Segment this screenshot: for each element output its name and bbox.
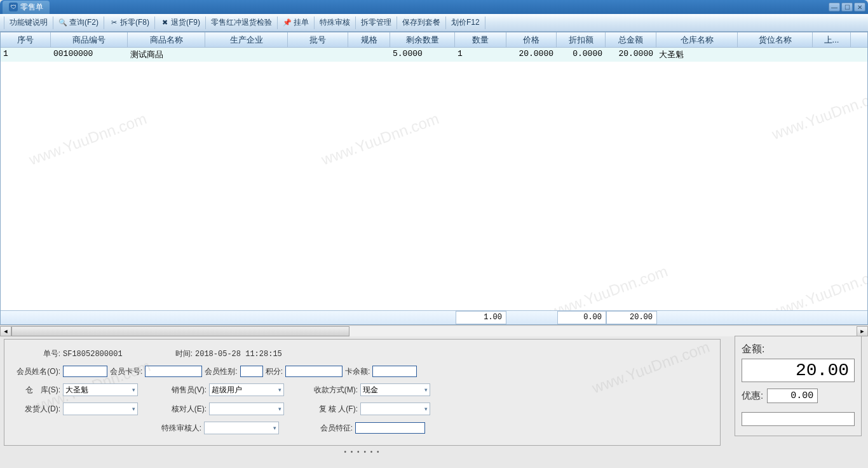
watermark: www.YuuDnn.com — [770, 85, 867, 144]
col-manufacturer[interactable]: 生产企业 — [205, 32, 288, 47]
points-label: 积分: — [266, 366, 283, 377]
watermark: www.YuuDnn.com — [27, 110, 149, 169]
table-row[interactable]: 1 00100000 测试商品 5.0000 1 20.0000 0.0000 … — [1, 48, 867, 62]
member-name-input[interactable] — [63, 366, 107, 377]
warehouse-label: 仓 库(S): — [16, 385, 60, 396]
split-button[interactable]: ✂拆零(F8) — [105, 15, 153, 30]
split-manage-button[interactable]: 拆零管理 — [357, 15, 395, 30]
col-seq[interactable]: 序号 — [1, 32, 51, 47]
salesman-label: 销售员(V): — [162, 385, 207, 396]
shipper-label: 发货人(D): — [16, 404, 60, 415]
window-title: 零售单 — [20, 2, 43, 13]
special-auditor-combo[interactable] — [204, 422, 279, 434]
data-table: 序号 商品编号 商品名称 生产企业 批号 规格 剩余数量 数量 价格 折扣额 总… — [0, 32, 868, 325]
pay-method-combo[interactable]: 现金 — [360, 383, 430, 396]
hold-icon: 📌 — [283, 18, 292, 27]
special-audit-button[interactable]: 特殊审核 — [316, 15, 354, 30]
sum-qty: 1.00 — [456, 311, 506, 324]
card-balance-input[interactable] — [372, 366, 417, 377]
salesman-combo[interactable]: 超级用户 — [209, 383, 284, 396]
sum-discount: 0.00 — [557, 311, 606, 324]
return-button[interactable]: ✖退货(F9) — [156, 15, 204, 30]
extra-input[interactable] — [742, 412, 855, 426]
minimize-button[interactable]: — — [829, 3, 840, 11]
resize-grip[interactable]: • • • • • • — [0, 448, 724, 455]
amount-value: 20.00 — [742, 359, 855, 382]
col-total[interactable]: 总金额 — [606, 32, 656, 47]
table-header: 序号 商品编号 商品名称 生产企业 批号 规格 剩余数量 数量 价格 折扣额 总… — [1, 32, 867, 48]
close-button[interactable]: ✕ — [854, 3, 865, 11]
sum-total: 20.00 — [606, 311, 657, 324]
special-auditor-label: 特殊审核人: — [157, 423, 201, 434]
col-price[interactable]: 价格 — [506, 32, 557, 47]
shipper-combo[interactable] — [63, 403, 138, 415]
form-panel: www.YuuDnn.com www.YuuDnn.com 单号: SF1805… — [4, 339, 721, 446]
col-name[interactable]: 商品名称 — [128, 32, 205, 47]
card-balance-label: 卡余额: — [345, 366, 370, 377]
return-check-button[interactable]: 零售红冲退货检验 — [207, 15, 276, 30]
order-no-label: 单号: — [16, 348, 60, 359]
search-icon: 🔍 — [58, 18, 67, 27]
member-feature-label: 会员特征: — [303, 423, 353, 434]
watermark: www.YuuDnn.com — [319, 110, 442, 169]
time-label: 时间: — [154, 348, 193, 359]
hold-button[interactable]: 📌挂单 — [279, 15, 313, 30]
col-remain[interactable]: 剩余数量 — [390, 32, 455, 47]
query-button[interactable]: 🔍查询(F2) — [55, 15, 102, 30]
help-button[interactable]: 功能键说明 — [6, 15, 51, 30]
horizontal-scrollbar[interactable]: ◄ ► — [0, 325, 868, 336]
col-spec[interactable]: 规格 — [348, 32, 390, 47]
scroll-left-icon[interactable]: ◄ — [0, 326, 11, 336]
scroll-thumb[interactable] — [11, 326, 349, 336]
member-sex-input[interactable] — [240, 366, 263, 377]
amount-label: 金额: — [742, 343, 855, 356]
discount-label: 优惠: — [742, 390, 763, 402]
watermark: www.YuuDnn.com — [548, 263, 670, 310]
watermark: www.YuuDnn.com — [770, 263, 867, 310]
col-more[interactable]: 上... — [813, 32, 851, 47]
save-set-button[interactable]: 保存到套餐 — [398, 15, 444, 30]
maximize-button[interactable]: ☐ — [841, 3, 853, 11]
col-qty[interactable]: 数量 — [455, 32, 506, 47]
member-sex-label: 会员性别: — [205, 366, 237, 377]
titlebar: 🛡 零售单 — ☐ ✕ — [0, 0, 868, 14]
member-card-label: 会员卡号: — [110, 366, 142, 377]
table-body[interactable]: 1 00100000 测试商品 5.0000 1 20.0000 0.0000 … — [1, 48, 867, 310]
member-card-input[interactable] — [145, 366, 202, 377]
discount-value: 0.00 — [767, 389, 818, 403]
checker-label: 核对人(E): — [162, 404, 207, 415]
time-value: 2018-05-28 11:28:15 — [195, 350, 282, 359]
col-warehouse[interactable]: 仓库名称 — [656, 32, 738, 47]
order-no-value: SF18052800001 — [63, 350, 152, 359]
member-name-label: 会员姓名(O): — [16, 366, 60, 377]
return-icon: ✖ — [160, 18, 169, 27]
scroll-right-icon[interactable]: ► — [857, 326, 868, 336]
reviewer-combo[interactable] — [360, 403, 430, 415]
amount-box: 金额: 20.00 优惠: 0.00 — [735, 336, 862, 436]
summary-row: 1.00 0.00 20.00 — [1, 310, 867, 324]
warehouse-combo[interactable]: 大圣魁 — [63, 383, 138, 396]
checker-combo[interactable] — [209, 403, 284, 415]
member-feature-input[interactable] — [355, 422, 425, 434]
pay-method-label: 收款方式(M): — [308, 385, 358, 396]
col-location[interactable]: 货位名称 — [738, 32, 813, 47]
price-f12-button[interactable]: 划价F12 — [447, 15, 484, 30]
toolbar: 功能键说明 🔍查询(F2) ✂拆零(F8) ✖退货(F9) 零售红冲退货检验 📌… — [0, 14, 868, 32]
title-tab: 🛡 零售单 — [3, 1, 50, 14]
col-code[interactable]: 商品编号 — [51, 32, 128, 47]
app-icon: 🛡 — [9, 3, 18, 11]
col-batch[interactable]: 批号 — [288, 32, 348, 47]
points-input[interactable] — [285, 366, 342, 377]
split-icon: ✂ — [109, 18, 118, 27]
col-discount[interactable]: 折扣额 — [557, 32, 606, 47]
reviewer-label: 复 核 人(F): — [308, 404, 358, 415]
